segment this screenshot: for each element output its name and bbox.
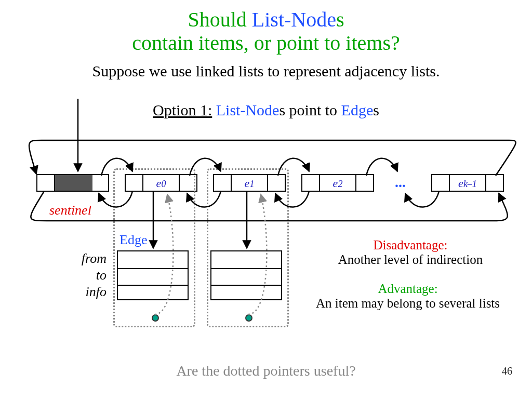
- slide-title: Should List-Nodes contain items, or poin…: [0, 8, 532, 55]
- advantage-heading: Advantage:: [304, 282, 512, 296]
- option-a2: s: [279, 101, 285, 118]
- advantage-block: Advantage: An item may belong to several…: [304, 282, 512, 311]
- disadvantage-heading: Disadvantage:: [312, 238, 509, 252]
- page-number: 46: [502, 365, 512, 377]
- subtitle: Suppose we use linked lists to represent…: [0, 62, 532, 80]
- option-heading: Option 1: List-Nodes point to Edges: [0, 101, 532, 119]
- title-line2: contain items, or point to items?: [132, 31, 400, 55]
- option-mid: point to: [285, 101, 341, 118]
- disadvantage-block: Disadvantage: Another level of indirecti…: [312, 238, 509, 267]
- option-b: Edge: [341, 101, 374, 118]
- advantage-text: An item may belong to several lists: [304, 296, 512, 311]
- title-w3: s: [336, 8, 344, 31]
- option-prefix: Option 1:: [153, 101, 212, 118]
- footer-question: Are the dotted pointers useful?: [0, 363, 532, 379]
- diagram-area: e0 e1 e2 ek–1 ... sentinel Edge from to …: [21, 130, 511, 369]
- title-w2: List-Node: [252, 8, 336, 31]
- title-w1: Should: [188, 8, 251, 31]
- option-b2: s: [373, 101, 379, 118]
- disadvantage-text: Another level of indirection: [312, 252, 509, 267]
- option-a: List-Node: [212, 101, 279, 118]
